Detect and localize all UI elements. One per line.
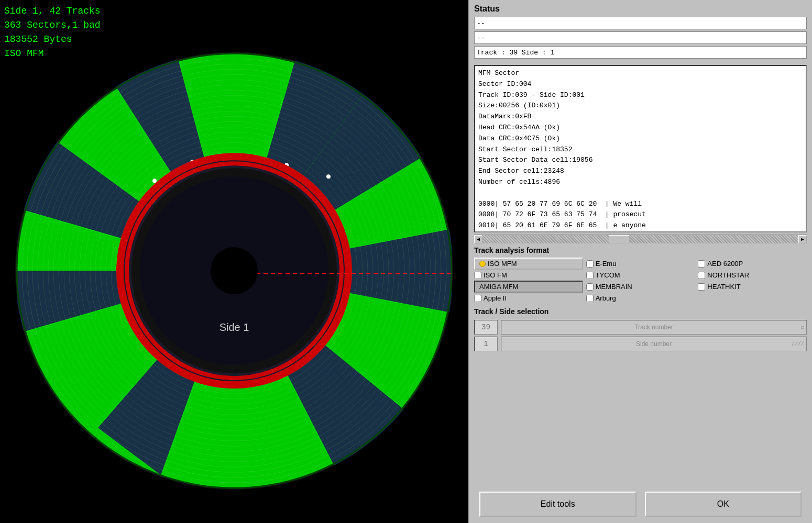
checkbox-e-emu[interactable]	[586, 260, 594, 268]
format-heathkit[interactable]: HEATHKIT	[698, 281, 807, 293]
track-number-box: 39	[474, 320, 498, 335]
scroll-right-btn[interactable]: ▶	[798, 235, 807, 243]
scroll-track-h[interactable]	[482, 235, 798, 243]
info-side: Side 1, 42 Tracks	[4, 4, 101, 18]
format-northstar-label: NORTHSTAR	[707, 271, 749, 279]
format-iso-mfm-label: ISO MFM	[488, 260, 517, 268]
checkbox-tycom[interactable]	[586, 272, 594, 279]
scroll-thumb-h[interactable]	[609, 235, 630, 243]
format-grid: ISO MFM E-Emu AED 6200P ISO FM TYCOM	[474, 258, 807, 302]
sector-data-container: MFM Sector Sector ID:004 Track ID:039 - …	[474, 65, 807, 232]
info-text: Side 1, 42 Tracks 363 Sectors,1 bad 1835…	[4, 4, 101, 61]
track-analysis-title: Track analysis format	[474, 246, 807, 254]
track-slider-container[interactable]: Track number ◻	[501, 320, 807, 335]
checkbox-aed-6200p[interactable]	[698, 260, 705, 268]
bottom-buttons: Edit tools OK	[469, 485, 812, 523]
svg-point-26	[326, 174, 331, 179]
status-title: Status	[474, 4, 807, 14]
checkbox-northstar[interactable]	[698, 272, 705, 279]
format-northstar[interactable]: NORTHSTAR	[698, 271, 807, 279]
status-field-2: --	[474, 31, 807, 44]
ok-button[interactable]: OK	[645, 492, 802, 517]
checkbox-membrain[interactable]	[586, 283, 594, 291]
side-slider-label: Side number	[501, 340, 806, 348]
format-membrain[interactable]: MEMBRAIN	[586, 281, 695, 293]
track-number-row: 39 Track number ◻	[474, 320, 807, 335]
format-tycom[interactable]: TYCOM	[586, 271, 695, 279]
format-apple-ii[interactable]: Apple II	[474, 294, 583, 302]
track-side-field: Track : 39 Side : 1	[474, 46, 807, 59]
track-analysis-section: Track analysis format ISO MFM E-Emu AED …	[469, 243, 812, 304]
format-apple-ii-label: Apple II	[484, 294, 507, 302]
svg-point-28	[152, 179, 157, 183]
info-bytes: 183552 Bytes	[4, 32, 101, 47]
format-arburg[interactable]: Arburg	[586, 294, 695, 302]
checkbox-arburg[interactable]	[586, 295, 594, 302]
edit-tools-button[interactable]: Edit tools	[479, 492, 637, 517]
format-amiga-mfm-label: AMIGA MFM	[479, 283, 518, 291]
disk-container: -> Side 1	[9, 46, 459, 496]
format-aed-6200p[interactable]: AED 6200P	[698, 258, 807, 270]
side-number-box: 1	[474, 337, 498, 351]
side-number-row: 1 Side number ////	[474, 337, 807, 351]
track-side-title: Track / Side selection	[474, 307, 807, 316]
side-slider-container[interactable]: Side number ////	[501, 337, 807, 351]
track-slider-label: Track number	[501, 324, 806, 331]
format-iso-mfm[interactable]: ISO MFM	[474, 258, 583, 270]
horizontal-scrollbar[interactable]: ◀ ▶	[474, 235, 807, 243]
format-tycom-label: TYCOM	[596, 271, 620, 279]
format-aed-6200p-label: AED 6200P	[707, 260, 743, 268]
info-format: ISO MFM	[4, 47, 101, 61]
format-heathkit-label: HEATHKIT	[707, 283, 740, 291]
format-amiga-mfm[interactable]: AMIGA MFM	[474, 281, 583, 293]
checkbox-heathkit[interactable]	[698, 283, 705, 291]
status-section: Status -- -- Track : 39 Side : 1	[469, 0, 812, 63]
svg-text:Side 1: Side 1	[219, 321, 249, 333]
info-sectors: 363 Sectors,1 bad	[4, 18, 101, 32]
format-arburg-label: Arburg	[596, 294, 616, 302]
track-side-section: Track / Side selection 39 Track number ◻…	[469, 304, 812, 485]
disk-svg: -> Side 1	[9, 46, 459, 496]
format-membrain-label: MEMBRAIN	[596, 283, 632, 291]
format-iso-fm-label: ISO FM	[484, 271, 507, 279]
checkbox-apple-ii[interactable]	[474, 295, 481, 302]
format-e-emu[interactable]: E-Emu	[586, 258, 695, 270]
right-panel: Status -- -- Track : 39 Side : 1 MFM Sec…	[468, 0, 812, 523]
track-slider-marks: ◻	[801, 324, 804, 330]
status-field-1: --	[474, 17, 807, 29]
format-e-emu-label: E-Emu	[596, 260, 617, 268]
left-panel: Side 1, 42 Tracks 363 Sectors,1 bad 1835…	[0, 0, 468, 523]
side-slider-marks: ////	[792, 341, 804, 347]
format-iso-fm[interactable]: ISO FM	[474, 271, 583, 279]
sector-data-text[interactable]: MFM Sector Sector ID:004 Track ID:039 - …	[475, 66, 806, 231]
scroll-left-btn[interactable]: ◀	[474, 235, 482, 243]
svg-point-37	[211, 247, 258, 294]
format-empty	[698, 294, 807, 302]
checkbox-iso-fm[interactable]	[474, 272, 481, 279]
led-iso-mfm	[479, 261, 486, 267]
